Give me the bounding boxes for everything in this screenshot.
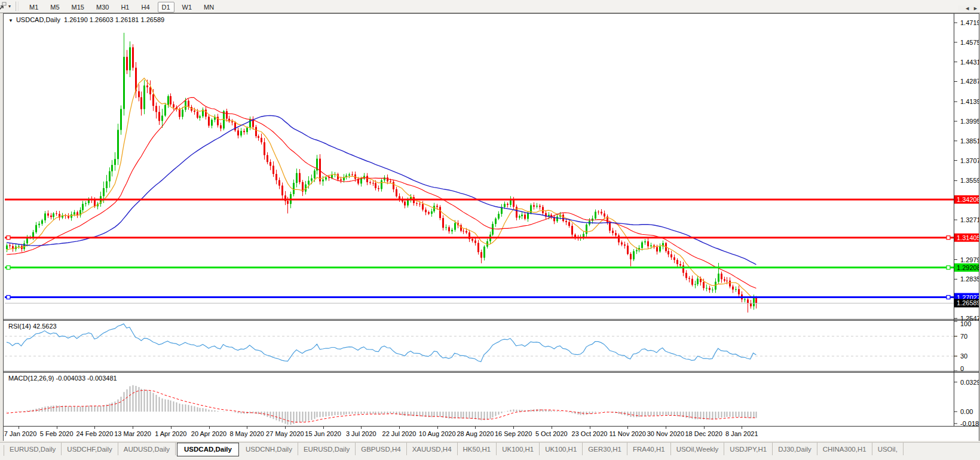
date-axis-label: 11 Nov 2020: [609, 430, 646, 437]
svg-text:0: 0: [960, 365, 964, 372]
date-tick: [437, 427, 438, 429]
chart-tab-eurusd-daily[interactable]: EURUSD,Daily: [4, 443, 62, 455]
chart-symbol-label: USDCAD,Daily: [16, 16, 60, 23]
collapse-chart-icon[interactable]: ▼: [8, 18, 13, 23]
chart-tab-usdcnh-daily[interactable]: USDCNH,Daily: [240, 443, 298, 455]
svg-text:1.42870: 1.42870: [960, 78, 979, 85]
svg-text:1.35590: 1.35590: [960, 177, 979, 184]
date-axis-label: 23 Oct 2020: [572, 430, 608, 437]
date-axis-label: 16 Sep 2020: [495, 430, 532, 437]
chart-tab-fra40-h1[interactable]: FRA40,H1: [627, 443, 671, 455]
timeframe-button-w1[interactable]: W1: [178, 2, 197, 13]
tab-scroll-left-icon[interactable]: ◄: [964, 5, 970, 11]
timeframe-button-m1[interactable]: M1: [25, 2, 42, 13]
svg-text:1.37070: 1.37070: [960, 157, 979, 164]
chart-tab-usoil-[interactable]: USOil,: [872, 443, 904, 455]
price-chart-canvas[interactable]: 1.471901.457501.443101.428701.413901.399…: [4, 14, 979, 426]
tab-scroll-right-icon[interactable]: ►: [973, 5, 978, 11]
svg-text:1.28350: 1.28350: [960, 275, 979, 283]
svg-text:70: 70: [960, 333, 967, 340]
date-axis[interactable]: 17 Jan 20205 Feb 202024 Feb 202013 Mar 2…: [4, 426, 979, 441]
date-axis-label: 27 May 2020: [266, 430, 304, 437]
chart-tab-xauusd-h4[interactable]: XAUUSD,H4: [407, 443, 458, 455]
macd-indicator-label: MACD(12,26,9) -0.004033 -0.003481: [8, 375, 117, 382]
svg-text:1.31405: 1.31405: [957, 234, 979, 241]
date-axis-label: 10 Aug 2020: [419, 430, 456, 437]
date-axis-label: 8 Jan 2021: [725, 430, 758, 437]
date-tick: [209, 427, 210, 429]
date-tick: [57, 427, 57, 429]
date-tick: [19, 427, 19, 429]
svg-text:1.39950: 1.39950: [960, 118, 979, 125]
timeframe-button-m5[interactable]: M5: [46, 2, 63, 13]
chart-tabs-bar: EURUSD,DailyUSDCHF,DailyAUDUSD,DailyUSDC…: [0, 442, 980, 460]
svg-text:1.29790: 1.29790: [960, 256, 979, 263]
tabbar-grip: [0, 445, 4, 456]
chart-ohlc-values: 1.26190 1.26603 1.26181 1.26589: [64, 16, 164, 23]
chart-tab-uk100-h1[interactable]: UK100,H1: [540, 443, 583, 455]
timeframe-button-d1[interactable]: D1: [158, 2, 174, 13]
timeframe-buttons: M1M5M15M30H1H4D1W1MN: [23, 1, 220, 12]
svg-text:30: 30: [960, 352, 967, 360]
date-tick: [590, 427, 590, 429]
date-tick: [513, 427, 514, 429]
date-axis-label: 8 May 2020: [229, 430, 264, 437]
date-tick: [475, 427, 476, 429]
rsi-indicator-label: RSI(14) 42.5623: [8, 323, 57, 330]
date-tick: [323, 427, 324, 429]
date-axis-label: 1 Apr 2020: [155, 430, 186, 437]
chart-tab-audusd-daily[interactable]: AUDUSD,Daily: [118, 443, 176, 455]
timeframe-button-m30[interactable]: M30: [92, 2, 113, 13]
date-tick: [552, 427, 552, 429]
date-tick: [627, 427, 628, 429]
date-axis-label: 13 Mar 2020: [114, 430, 151, 437]
chart-tab-gbpusd-h4[interactable]: GBPUSD,H4: [356, 443, 406, 455]
cursor-tool-icon[interactable]: [0, 2, 7, 11]
chart-tab-ger30-h1[interactable]: GER30,H1: [583, 443, 627, 455]
chart-tab-hk50-h1[interactable]: HK50,H1: [458, 443, 497, 455]
svg-text:1.34206: 1.34206: [957, 196, 979, 203]
svg-text:100: 100: [960, 320, 971, 327]
date-tick: [133, 427, 133, 429]
chart-tab-dj30-daily[interactable]: DJ30,Daily: [773, 443, 817, 455]
date-tick: [361, 427, 362, 429]
svg-text:1.44310: 1.44310: [960, 59, 979, 66]
date-tick: [399, 427, 400, 429]
svg-text:1.32710: 1.32710: [960, 216, 979, 223]
date-axis-label: 28 Aug 2020: [457, 430, 494, 437]
timeframe-button-m15[interactable]: M15: [68, 2, 88, 13]
tab-scroll-arrows: ◄►: [958, 5, 978, 11]
date-tick: [171, 427, 172, 429]
date-axis-label: 18 Dec 2020: [685, 430, 722, 437]
chart-tab-eurusd-daily[interactable]: EURUSD,Daily: [298, 443, 356, 455]
svg-text:1.45750: 1.45750: [960, 39, 979, 46]
svg-text:-0.018154: -0.018154: [960, 420, 979, 426]
date-tick: [247, 427, 247, 429]
date-tick: [285, 427, 286, 429]
svg-text:0.032972: 0.032972: [960, 379, 979, 386]
date-axis-label: 5 Feb 2020: [40, 430, 74, 437]
date-axis-label: 17 Jan 2020: [4, 430, 36, 437]
chart-tab-usoil-weekly[interactable]: USOil,Weekly: [671, 443, 725, 455]
chart-window: 1.471901.457501.443101.428701.413901.399…: [3, 13, 979, 441]
chart-tab-usdcad-daily[interactable]: USDCAD,Daily: [177, 443, 239, 456]
timeframe-button-h1[interactable]: H1: [117, 2, 133, 13]
date-axis-label: 15 Jun 2020: [305, 430, 341, 437]
date-axis-label: 30 Nov 2020: [647, 430, 684, 437]
date-axis-label: 20 Apr 2020: [191, 430, 226, 437]
chart-title: ▼USDCAD,Daily 1.26190 1.26603 1.26181 1.…: [8, 16, 164, 23]
chart-tab-usdchf-daily[interactable]: USDCHF,Daily: [62, 443, 118, 455]
date-tick: [704, 427, 705, 429]
timeframe-button-h4[interactable]: H4: [137, 2, 154, 13]
svg-text:1.26589: 1.26589: [957, 299, 979, 306]
toolbar-grip: [16, 2, 19, 11]
date-axis-label: 22 Jul 2020: [382, 430, 416, 437]
chevron-down-icon[interactable]: ▾: [8, 4, 11, 9]
chart-tab-uk100-h1[interactable]: UK100,H1: [497, 443, 540, 455]
date-tick: [666, 427, 666, 429]
chart-tab-usdjpy-h1[interactable]: USDJPY,H1: [724, 443, 773, 455]
svg-text:1.47190: 1.47190: [960, 19, 979, 26]
chart-tab-china300-h1[interactable]: CHINA300,H1: [817, 443, 872, 455]
date-axis-label: 3 Jul 2020: [346, 430, 376, 437]
timeframe-button-mn[interactable]: MN: [200, 2, 218, 13]
